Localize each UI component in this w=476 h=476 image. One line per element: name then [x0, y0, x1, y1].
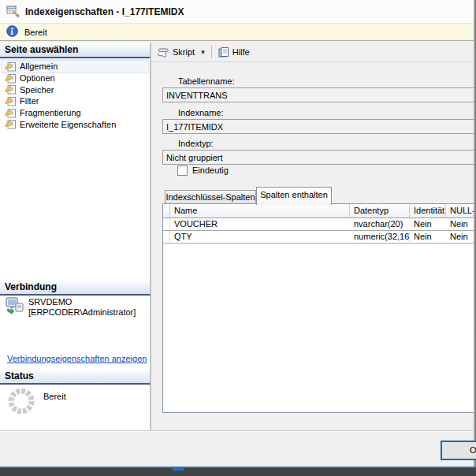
sidebar-item-label: Fragmentierung: [20, 108, 81, 117]
connection-info: SRVDEMO [ERPCODER\Administrator]: [6, 297, 147, 318]
progress-ring-icon: [6, 386, 36, 418]
connection-panel-header: Verbindung: [0, 280, 151, 296]
background-window-fragment: [173, 468, 184, 470]
unique-checkbox-label: Eindeutig: [192, 165, 229, 175]
sidebar-item-label: Allgemein: [20, 61, 58, 71]
ok-button[interactable]: OK: [441, 441, 476, 460]
column-header-name[interactable]: Name: [170, 204, 350, 218]
column-header-null[interactable]: NULL-: [446, 204, 476, 218]
window-bottom-border: [0, 467, 476, 468]
cell-identity: Nein: [410, 218, 446, 230]
server-connection-icon: [6, 297, 24, 318]
table-row[interactable]: VOUCHER nvarchar(20) Nein Nein: [163, 218, 476, 231]
row-selector[interactable]: [163, 231, 170, 243]
index-properties-dialog: Indexeigenschaften - I_177ITEMIDX Bereit…: [0, 0, 476, 476]
script-dropdown-arrow[interactable]: ▾: [199, 46, 207, 58]
page-icon: [5, 84, 17, 95]
connection-account: [ERPCODER\Administrator]: [28, 307, 136, 318]
row-selector-header: [163, 204, 170, 218]
row-selector[interactable]: [163, 218, 170, 230]
sidebar-divider: [151, 43, 151, 430]
script-button[interactable]: Skript: [154, 46, 197, 59]
sidebar-item-optionen[interactable]: Optionen: [2, 73, 148, 84]
sidebar-item-filter[interactable]: Filter: [2, 95, 148, 107]
cell-datatype: numeric(32,16): [350, 231, 410, 243]
footer-divider-highlight: [0, 431, 476, 432]
included-columns-grid: Name Datentyp Identität NULL- VOUCHER nv…: [162, 203, 476, 413]
column-header-identity[interactable]: Identität: [410, 204, 446, 218]
pages-panel-header: Seite auswählen: [0, 43, 151, 58]
index-name-label: Indexname:: [178, 108, 223, 117]
page-icon: [5, 61, 17, 72]
help-button[interactable]: Hilfe: [216, 46, 252, 59]
tab-included-columns[interactable]: Spalten enthalten: [256, 187, 332, 205]
table-row[interactable]: QTY numeric(32,16) Nein Nein: [163, 231, 476, 244]
index-name-field[interactable]: [162, 119, 476, 134]
page-icon: [5, 119, 17, 129]
index-type-label: Indextyp:: [178, 139, 214, 148]
cell-identity: Nein: [410, 231, 446, 243]
sidebar-item-speicher[interactable]: Speicher: [2, 84, 148, 95]
table-name-label: Tabellenname:: [178, 76, 235, 86]
page-icon: [5, 73, 17, 84]
sidebar-item-label: Filter: [20, 96, 39, 106]
cell-datatype: nvarchar(20): [350, 218, 410, 230]
connection-server: SRVDEMO: [28, 297, 136, 307]
view-connection-properties-link[interactable]: Verbindungseigenschaften anzeigen: [7, 354, 147, 363]
cell-name: QTY: [170, 231, 350, 243]
tab-index-key-columns[interactable]: Indexschlüssel-Spalten: [165, 190, 256, 203]
sidebar-item-label: Erweiterte Eigenschaften: [20, 120, 116, 129]
sidebar-item-label: Optionen: [20, 73, 55, 83]
index-type-field[interactable]: [162, 150, 476, 165]
infobar-text: Bereit: [24, 28, 47, 37]
window-title: Indexeigenschaften - I_177ITEMIDX: [25, 6, 184, 17]
cell-null: Nein: [446, 231, 476, 243]
titlebar: Indexeigenschaften - I_177ITEMIDX: [0, 0, 476, 23]
sidebar-item-erweiterte-eigenschaften[interactable]: Erweiterte Eigenschaften: [2, 118, 148, 130]
dialog-toolbar: Skript ▾ Hilfe: [151, 43, 476, 62]
sidebar-item-fragmentierung[interactable]: Fragmentierung: [2, 107, 148, 119]
grid-header-row: Name Datentyp Identität NULL-: [163, 204, 476, 218]
sidebar-item-label: Speicher: [20, 85, 54, 95]
pages-list: Allgemein Optionen Speicher Filter Fragm…: [0, 60, 151, 280]
index-properties-icon: [6, 5, 20, 19]
cell-name: VOUCHER: [170, 218, 350, 230]
status-text: Bereit: [43, 392, 66, 401]
help-doc-icon: [218, 47, 229, 58]
page-icon: [5, 108, 17, 118]
script-button-label: Skript: [173, 47, 195, 57]
toolbar-separator: [211, 46, 212, 58]
cell-null: Nein: [446, 218, 476, 230]
status-infobar: Bereit: [0, 23, 476, 41]
column-header-datatype[interactable]: Datentyp: [350, 204, 410, 218]
info-icon: [6, 25, 18, 39]
help-button-label: Hilfe: [232, 47, 250, 57]
table-name-field[interactable]: [162, 87, 476, 102]
unique-checkbox[interactable]: [177, 165, 188, 176]
script-scroll-icon: [157, 47, 169, 58]
desktop-strip: [0, 468, 476, 476]
status-panel-header: Status: [0, 369, 151, 385]
sidebar-item-allgemein[interactable]: Allgemein: [2, 61, 148, 73]
page-icon: [5, 96, 17, 106]
